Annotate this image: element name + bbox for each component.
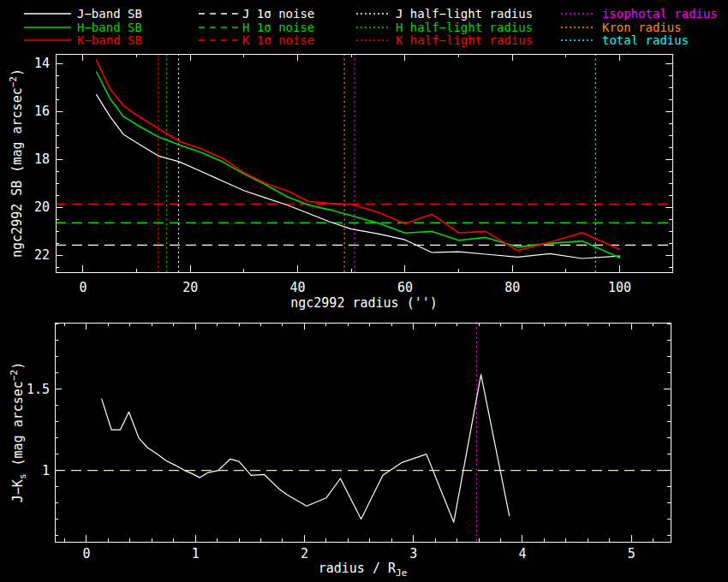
color-profile-chart: 01234511.5radius / RJeJ−Ks (mag arcsec−2… <box>0 0 728 582</box>
x-tick-label: 0 <box>82 546 90 561</box>
figure-canvas: J−band SBH−band SBK−band SBJ 1σ noiseH 1… <box>0 0 728 582</box>
x-tick-label: 2 <box>301 546 308 561</box>
x-axis-title: radius / RJe <box>319 561 408 579</box>
plot-frame <box>55 323 671 542</box>
x-tick-label: 5 <box>628 546 636 561</box>
x-tick-label: 1 <box>192 546 200 561</box>
axis-ticks <box>55 323 671 542</box>
j-ks-color-profile-curve <box>102 375 510 523</box>
x-tick-label: 4 <box>518 546 526 561</box>
x-tick-label: 3 <box>409 546 417 561</box>
y-tick-label: 1.5 <box>27 382 50 397</box>
y-tick-label: 1 <box>42 463 50 478</box>
y-axis-title: J−Ks (mag arcsec−2) <box>9 362 28 502</box>
